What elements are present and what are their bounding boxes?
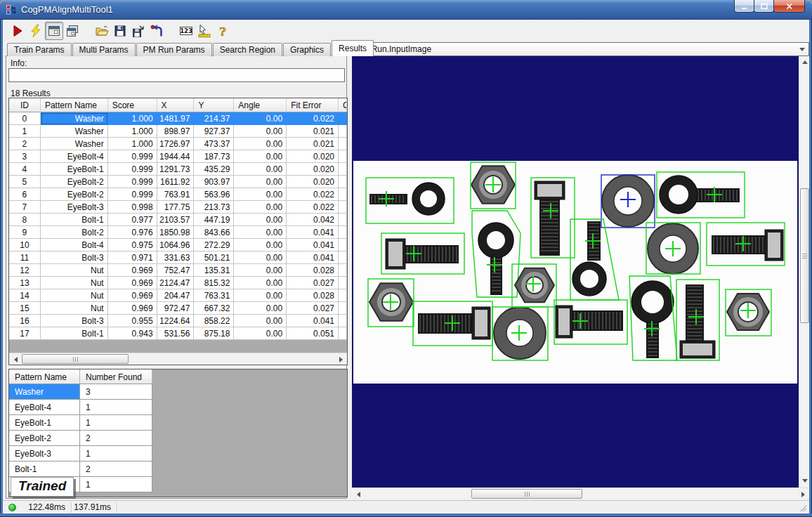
scroll-thumb[interactable] [471,489,582,499]
cell[interactable]: Nut [41,289,108,302]
electric-run-button[interactable] [27,22,45,40]
cell[interactable]: 1481.97 [157,112,195,125]
cell[interactable]: 5 [9,176,41,188]
cell[interactable]: 0.955 [108,315,157,327]
cell[interactable]: 501.21 [194,251,234,264]
column-header[interactable]: Fit Error [287,98,339,112]
cell[interactable]: 0.028 [287,289,339,302]
cell[interactable]: 12 [9,264,41,277]
reset-button[interactable] [148,22,166,40]
cell[interactable]: 2103.57 [157,214,195,226]
cell[interactable]: 0.00 [234,226,287,239]
cell[interactable]: 0.943 [108,327,157,340]
cell[interactable]: Washer [41,138,108,150]
summary-row[interactable]: EyeBolt-41 [9,400,347,415]
cell[interactable]: 0.041 [287,315,339,327]
cell[interactable] [339,251,347,264]
cell[interactable] [339,188,347,201]
image-display[interactable] [352,56,799,487]
cell[interactable]: Bolt-3 [41,251,108,264]
save-as-button[interactable] [129,22,148,40]
result-row[interactable]: 17Bolt-10.943531.56875.180.000.051 [9,327,347,340]
cell[interactable] [339,327,347,340]
image-vscrollbar[interactable] [799,56,809,487]
cell[interactable]: 0.00 [234,201,287,214]
cell[interactable]: 187.73 [194,150,234,163]
cell[interactable]: 1291.73 [157,163,195,176]
cell[interactable]: 9 [9,226,41,239]
result-row[interactable]: 2Washer1.0001726.97473.370.000.021 [9,138,347,150]
tab-search-region[interactable]: Search Region [213,43,282,56]
cell[interactable]: 331.63 [157,251,195,264]
cell[interactable]: Washer [9,384,80,400]
column-header[interactable]: Pattern Name [9,369,80,384]
resize-grip[interactable] [798,503,808,513]
cell[interactable]: 0.977 [108,214,157,226]
cell[interactable]: EyeBolt-2 [41,176,108,188]
cell[interactable]: 1.000 [108,138,157,150]
cell[interactable]: 6 [9,188,41,201]
cell[interactable]: 763.91 [157,188,195,201]
cell[interactable]: 927.37 [194,125,234,138]
cell[interactable]: 0.999 [108,176,157,188]
cell[interactable] [339,112,347,125]
minimize-button[interactable] [734,0,754,13]
cell[interactable]: 0.00 [234,302,287,315]
cell[interactable]: 0.021 [287,125,339,138]
title-bar[interactable]: CogPMAlignMultiTool1 [0,0,812,20]
cell[interactable]: 0.00 [234,150,287,163]
cell[interactable]: 1 [9,125,41,138]
cell[interactable]: 1726.97 [157,138,195,150]
cell[interactable]: 0.00 [234,289,287,302]
cell[interactable]: 204.47 [157,289,195,302]
cell[interactable]: 0.027 [287,277,339,289]
cell[interactable]: 0.022 [287,112,339,125]
cell[interactable]: 0.999 [108,150,157,163]
cell[interactable]: 0.969 [108,289,157,302]
tab-multi-params[interactable]: Multi Params [72,43,136,56]
summary-row[interactable]: Washer3 [9,384,347,400]
help-button[interactable]: ? [214,22,232,40]
scroll-down-arrow[interactable] [799,476,810,486]
cell[interactable]: 11 [9,251,41,264]
cell[interactable]: 0.969 [108,302,157,315]
cell[interactable]: 0.022 [287,188,339,201]
cell[interactable]: 0.00 [234,277,287,289]
cell[interactable]: 815.32 [194,277,234,289]
cell[interactable]: 1 [80,415,152,431]
cell[interactable]: 1.000 [108,125,157,138]
cell[interactable]: 1224.64 [157,315,195,327]
cell[interactable]: Bolt-1 [9,462,80,477]
cell[interactable]: Bolt-1 [41,214,108,226]
result-row[interactable]: 15Nut0.969972.47667.320.000.027 [9,302,347,315]
cell[interactable]: 0.00 [234,112,287,125]
column-header[interactable]: C [339,98,347,112]
maximize-button[interactable] [754,0,774,13]
show-values-button[interactable]: 123 [177,22,195,40]
cell[interactable]: 0.00 [234,327,287,340]
cell[interactable]: 0.028 [287,264,339,277]
cell[interactable]: 0.00 [234,214,287,226]
cell[interactable]: 0.020 [287,150,339,163]
cell[interactable]: 4 [9,163,41,176]
tab-results[interactable]: Results [332,40,374,56]
result-row[interactable]: 3EyeBolt-40.9991944.44187.730.000.020 [9,150,347,163]
result-row[interactable]: 10Bolt-40.9751064.96272.290.000.041 [9,239,347,251]
cell[interactable]: 1850.98 [157,226,195,239]
cell[interactable]: Bolt-1 [41,327,108,340]
cell[interactable]: 0.022 [287,201,339,214]
result-row[interactable]: 13Nut0.9692124.47815.320.000.027 [9,277,347,289]
result-row[interactable]: 1Washer1.000898.97927.370.000.021 [9,125,347,138]
scroll-right-arrow[interactable] [797,489,808,499]
cell[interactable]: 898.97 [157,125,195,138]
results-grid-hscrollbar[interactable] [9,353,347,365]
cell[interactable]: EyeBolt-1 [41,163,108,176]
cell[interactable]: 1611.92 [157,176,195,188]
cell[interactable]: EyeBolt-2 [9,431,80,446]
cell[interactable] [339,264,347,277]
cell[interactable]: 0.00 [234,138,287,150]
result-row[interactable]: 12Nut0.969752.47135.310.000.028 [9,264,347,277]
cell[interactable]: 2 [80,462,152,477]
cell[interactable]: 213.73 [194,201,234,214]
cell[interactable]: 3 [9,150,41,163]
